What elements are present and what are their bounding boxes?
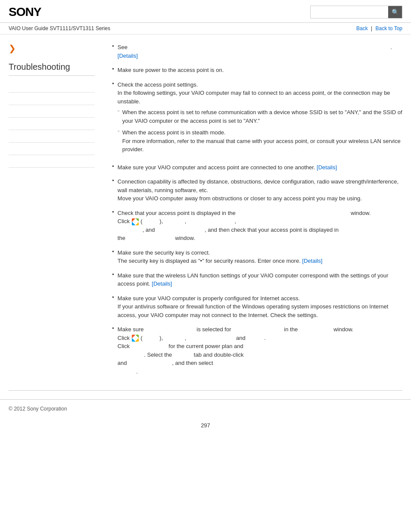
bullet-content: Make sure power to the access point is o… xyxy=(118,66,402,75)
sidebar: ❯ Troubleshooting xyxy=(9,34,103,390)
footer-divider xyxy=(9,390,402,391)
bullet-subtext2: Click for the current power plan and xyxy=(118,342,402,351)
bullet-content: Make sure that the wireless LAN function… xyxy=(118,271,402,288)
bullet-dot: ● xyxy=(112,164,114,169)
details-link-7[interactable]: [Details] xyxy=(302,258,322,264)
nav-bar: VAIO User Guide SVT1111/SVT1311 Series B… xyxy=(0,23,411,34)
list-item: ● Check the access point settings. In th… xyxy=(112,81,402,157)
bullet-dot: ● xyxy=(112,326,114,331)
list-item: ● Check that your access point is displa… xyxy=(112,209,402,243)
bullet-subtext: Click ( ), , and . xyxy=(118,334,402,342)
guide-title: VAIO User Guide SVT1111/SVT1311 Series xyxy=(9,25,110,31)
bullet-subtext4: and , and then select xyxy=(118,359,402,367)
main-content: ● See . [Deta xyxy=(103,34,402,390)
bullet-text: Check that your access point is displaye… xyxy=(118,209,402,218)
bullet-dot: ● xyxy=(112,249,114,254)
windows-icon xyxy=(132,218,139,225)
bullet-content: Make sure is selected for in the window.… xyxy=(118,325,402,376)
bullet-content: Make sure the security key is correct. T… xyxy=(118,249,402,265)
sidebar-item[interactable] xyxy=(9,130,95,143)
bullet-dot: ● xyxy=(112,272,114,277)
windows-icon xyxy=(132,335,139,342)
bullet-dot: ● xyxy=(112,209,114,215)
sub-item-line: For more information, refer to the manua… xyxy=(122,137,402,154)
sub-item-text: When the access point is set to refuse c… xyxy=(122,108,402,125)
bullet-subtext: In the following settings, your VAIO com… xyxy=(118,89,402,106)
sub-list-item: ○ When the access point is set to refuse… xyxy=(118,108,402,125)
bullet-subtext: Move your VAIO computer away from obstru… xyxy=(118,194,402,203)
sub-list-item: ○ When the access point is in stealth mo… xyxy=(118,128,402,154)
details-link-8[interactable]: [Details] xyxy=(152,280,172,287)
bullet-subtext: If your antivirus software or firewall f… xyxy=(118,302,402,319)
list-item: ● Connection capability is affected by d… xyxy=(112,177,402,203)
list-item: ● Make sure power to the access point is… xyxy=(112,66,402,75)
details-link-1[interactable]: [Details] xyxy=(118,53,138,59)
sub-list: ○ When the access point is set to refuse… xyxy=(118,108,402,154)
bullet-dot: ● xyxy=(112,178,114,183)
sidebar-item[interactable] xyxy=(9,118,95,130)
sidebar-arrow: ❯ xyxy=(9,43,95,53)
search-button[interactable]: 🔍 xyxy=(388,6,402,18)
nav-separator: | xyxy=(371,25,374,31)
bullet-content: See . [Details] xyxy=(118,43,402,60)
sidebar-menu xyxy=(9,80,95,168)
bullet-dot: ● xyxy=(112,295,114,300)
sidebar-item[interactable] xyxy=(9,105,95,118)
bullet-content: Make sure your VAIO computer and access … xyxy=(118,163,402,172)
search-input[interactable] xyxy=(311,6,388,18)
bullet-subtext: The security key is displayed as "•" for… xyxy=(118,257,402,265)
bullet-content: Make sure your VAIO computer is properly… xyxy=(118,294,402,320)
bullet-content: Check that your access point is displaye… xyxy=(118,209,402,243)
bullet-dot: ● xyxy=(112,81,114,86)
page-footer: © 2012 Sony Corporation xyxy=(0,399,411,418)
copyright: © 2012 Sony Corporation xyxy=(9,406,67,412)
bullet-dot: ● xyxy=(112,44,114,49)
search-box[interactable]: 🔍 xyxy=(310,6,402,19)
sub-bullet-dot: ○ xyxy=(118,109,120,114)
content-wrap: ❯ Troubleshooting ● See xyxy=(0,34,411,390)
sidebar-item[interactable] xyxy=(9,155,95,168)
page-number: 297 xyxy=(0,418,411,433)
bullet-subtext2: , and , and then check that your access … xyxy=(118,226,402,243)
bullet-text: Make sure your VAIO computer is properly… xyxy=(118,294,402,303)
bullet-subtext5: . xyxy=(118,367,402,376)
nav-links: Back | Back to Top xyxy=(356,25,402,31)
list-item: ● Make sure the security key is correct.… xyxy=(112,249,402,265)
sidebar-item[interactable] xyxy=(9,93,95,105)
sony-logo: SONY xyxy=(9,5,41,19)
bullet-subtext: Click ( ), , , xyxy=(118,217,402,226)
page-header: SONY 🔍 xyxy=(0,0,411,23)
sub-bullet-dot: ○ xyxy=(118,129,120,134)
list-item: ● Make sure is selected for in the windo… xyxy=(112,325,402,376)
bullet-subtext3: . Select the tab and double-click xyxy=(118,351,402,359)
list-item: ● Make sure that the wireless LAN functi… xyxy=(112,271,402,288)
bullet-text: Check the access point settings. xyxy=(118,81,402,89)
bullet-content: Connection capability is affected by dis… xyxy=(118,177,402,203)
bullet-text: Connection capability is affected by dis… xyxy=(118,177,402,194)
sub-item-line: When the access point is in stealth mode… xyxy=(122,128,402,137)
list-item: ● Make sure your VAIO computer is proper… xyxy=(112,294,402,320)
bullet-content: Check the access point settings. In the … xyxy=(118,81,402,157)
sidebar-item[interactable] xyxy=(9,143,95,155)
sidebar-title: Troubleshooting xyxy=(9,62,95,76)
back-to-top-link[interactable]: Back to Top xyxy=(376,25,402,31)
bullet-dot: ● xyxy=(112,66,114,72)
back-link[interactable]: Back xyxy=(356,25,368,31)
list-item: ● See . [Deta xyxy=(112,43,402,60)
search-icon: 🔍 xyxy=(392,9,399,16)
bullet-text: Make sure the security key is correct. xyxy=(118,249,402,257)
sub-item-text: When the access point is in stealth mode… xyxy=(122,128,402,154)
list-item: ● Make sure your VAIO computer and acces… xyxy=(112,163,402,172)
sidebar-item[interactable] xyxy=(9,80,95,93)
content-list: ● See . [Deta xyxy=(112,43,402,376)
bullet-text: Make sure is selected for in the window. xyxy=(118,325,402,334)
details-link-4[interactable]: [Details] xyxy=(317,164,337,171)
